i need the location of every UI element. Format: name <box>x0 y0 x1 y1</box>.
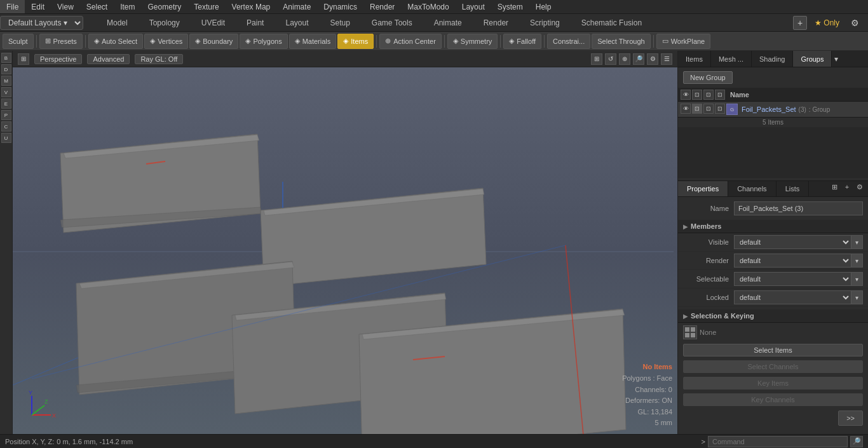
layout-tab-animate[interactable]: Animate <box>423 15 473 31</box>
constraints-button[interactable]: Constrai... <box>547 34 590 49</box>
menu-select[interactable]: Select <box>80 0 114 13</box>
command-search-button[interactable]: 🔎 <box>850 436 863 447</box>
vp-icon-4[interactable]: 🔎 <box>633 53 644 65</box>
menu-geometry[interactable]: Geometry <box>142 0 188 13</box>
menu-vertex-map[interactable]: Vertex Map <box>226 0 277 13</box>
prop-tab-lists[interactable]: Lists <box>776 181 810 196</box>
left-btn-2[interactable]: D <box>1 64 11 74</box>
menu-animate[interactable]: Animate <box>276 0 317 13</box>
items-button[interactable]: ◈Items <box>337 34 374 49</box>
symmetry-button[interactable]: ◈Symmetry <box>447 34 498 49</box>
menu-render[interactable]: Render <box>363 0 401 13</box>
layout-tab-schematicfusion[interactable]: Schematic Fusion <box>571 15 653 31</box>
perspective-button[interactable]: Perspective <box>34 54 82 64</box>
menu-dynamics[interactable]: Dynamics <box>317 0 363 13</box>
visible-select[interactable]: default <box>734 235 851 249</box>
left-btn-1[interactable]: B <box>1 53 11 63</box>
key-items-button[interactable]: Key Items <box>683 377 863 390</box>
viewport-area[interactable]: ⊞ Perspective Advanced Ray GL: Off ⊞ ↺ ⊕… <box>13 51 677 434</box>
menu-view[interactable]: View <box>51 0 80 13</box>
members-arrow[interactable]: ▶ <box>683 223 688 230</box>
group-icon-3[interactable]: ⊡ <box>715 104 725 114</box>
visible-arrow[interactable]: ▾ <box>851 235 863 249</box>
col-icon-render[interactable]: ⊡ <box>703 90 714 100</box>
col-icon-select[interactable]: ⊡ <box>715 90 725 100</box>
workplane-button[interactable]: ▭WorkPlane <box>656 34 711 49</box>
viewport-icon-expand[interactable]: ⊞ <box>18 53 29 65</box>
panel-tab-items[interactable]: Items <box>678 51 711 67</box>
falloff-button[interactable]: ◈Falloff <box>503 34 541 49</box>
render-arrow[interactable]: ▾ <box>851 254 863 268</box>
group-row[interactable]: 👁 ⊡ ⊡ ⊡ G Foil_Packets_Set (3) : Group <box>678 102 868 118</box>
menu-edit[interactable]: Edit <box>25 0 51 13</box>
vp-icon-3[interactable]: ⊕ <box>619 53 630 65</box>
action-center-button[interactable]: ⊕Action Center <box>379 34 442 49</box>
expand-button[interactable]: >> <box>838 411 863 426</box>
vp-icon-1[interactable]: ⊞ <box>591 53 602 65</box>
advanced-button[interactable]: Advanced <box>87 54 130 64</box>
vp-icon-5[interactable]: ⚙ <box>647 53 658 65</box>
select-items-button[interactable]: Select Items <box>683 344 863 356</box>
menu-file[interactable]: File <box>0 0 25 13</box>
vp-icon-2[interactable]: ↺ <box>605 53 616 65</box>
left-btn-5[interactable]: E <box>1 98 11 109</box>
layout-tab-gametools[interactable]: Game Tools <box>361 15 423 31</box>
col-icon-eye[interactable]: 👁 <box>681 90 691 100</box>
layout-tab-paint[interactable]: Paint <box>236 15 275 31</box>
command-input[interactable] <box>708 436 848 447</box>
layout-tab-layout[interactable]: Layout <box>275 15 319 31</box>
selectable-select[interactable]: default <box>734 272 851 286</box>
select-through-button[interactable]: Select Through <box>592 34 650 49</box>
name-input[interactable] <box>734 201 863 215</box>
group-icon-2[interactable]: ⊡ <box>703 104 714 114</box>
viewport-canvas[interactable]: X Y Z No Items Polygons : Face Channels:… <box>13 67 677 434</box>
select-channels-button[interactable]: Select Channels <box>683 360 863 373</box>
panel-tab-mesh[interactable]: Mesh ... <box>711 51 752 67</box>
locked-arrow[interactable]: ▾ <box>851 290 863 304</box>
layout-tab-setup[interactable]: Setup <box>319 15 360 31</box>
layout-tab-topology[interactable]: Topology <box>139 15 191 31</box>
new-group-button[interactable]: New Group <box>683 71 733 84</box>
raygl-button[interactable]: Ray GL: Off <box>135 54 183 64</box>
layout-tab-uvedit[interactable]: UVEdit <box>191 15 236 31</box>
panel-tab-dropdown[interactable]: ▾ <box>832 51 841 67</box>
layout-tab-render[interactable]: Render <box>473 15 519 31</box>
menu-texture[interactable]: Texture <box>187 0 225 13</box>
prop-expand-icon[interactable]: ⊞ <box>829 181 840 193</box>
left-btn-6[interactable]: P <box>1 110 11 120</box>
prop-tab-channels[interactable]: Channels <box>728 181 776 196</box>
presets-button[interactable]: ⊞Presets <box>39 34 83 49</box>
group-eye-icon[interactable]: 👁 <box>681 104 691 114</box>
menu-system[interactable]: System <box>491 0 529 13</box>
menu-item[interactable]: Item <box>114 0 141 13</box>
menu-help[interactable]: Help <box>529 0 558 13</box>
layout-tab-scripting[interactable]: Scripting <box>519 15 571 31</box>
left-btn-4[interactable]: V <box>1 87 11 97</box>
prop-settings-icon[interactable]: ⚙ <box>854 181 865 193</box>
key-channels-button[interactable]: Key Channels <box>683 393 863 406</box>
menu-maxtomodo[interactable]: MaxToModo <box>401 0 455 13</box>
vertices-button[interactable]: ◈Vertices <box>144 34 188 49</box>
prop-tab-properties[interactable]: Properties <box>678 181 728 196</box>
render-select[interactable]: default <box>734 254 851 268</box>
left-btn-7[interactable]: C <box>1 121 11 132</box>
key-dot-icon[interactable] <box>683 325 697 339</box>
locked-select[interactable]: default <box>734 290 851 304</box>
group-icon-1[interactable]: ⊡ <box>692 104 702 114</box>
col-icon-lock[interactable]: ⊡ <box>692 90 702 100</box>
layout-tab-model[interactable]: Model <box>96 15 139 31</box>
panel-tab-groups[interactable]: Groups <box>793 51 832 67</box>
panel-tab-shading[interactable]: Shading <box>752 51 793 67</box>
selectable-arrow[interactable]: ▾ <box>851 272 863 286</box>
menu-layout[interactable]: Layout <box>456 0 491 13</box>
prop-plus-icon[interactable]: + <box>841 181 853 193</box>
layout-dropdown[interactable]: Default Layouts ▾ <box>0 16 83 30</box>
add-layout-button[interactable]: + <box>793 16 807 30</box>
left-btn-3[interactable]: M <box>1 76 11 86</box>
polygons-button[interactable]: ◈Polygons <box>240 34 287 49</box>
layout-settings-button[interactable]: ⚙ <box>847 18 863 28</box>
sculpt-button[interactable]: Sculpt <box>3 34 34 49</box>
left-btn-8[interactable]: U <box>1 133 11 143</box>
vp-icon-6[interactable]: ☰ <box>661 53 672 65</box>
selection-arrow[interactable]: ▶ <box>683 313 688 320</box>
